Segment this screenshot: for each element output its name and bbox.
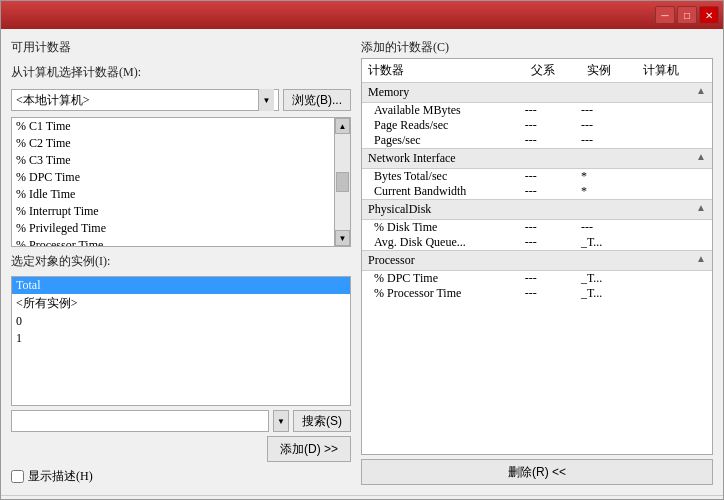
counter-list-item[interactable]: % DPC Time: [12, 169, 334, 186]
close-button[interactable]: ✕: [699, 6, 719, 24]
available-counters-label: 可用计数器: [11, 39, 351, 56]
search-row: ▼ 搜索(S): [11, 410, 351, 432]
show-desc-row: 显示描述(H): [11, 468, 351, 485]
col-parent: 父系: [525, 59, 581, 83]
table-row[interactable]: Available MBytes------: [362, 103, 712, 119]
table-row[interactable]: % Processor Time---_T...: [362, 286, 712, 301]
instance-list[interactable]: Total<所有实例>01: [11, 276, 351, 406]
computer-row: <本地计算机> ▼ 浏览(B)...: [11, 89, 351, 111]
delete-button[interactable]: 删除(R) <<: [361, 459, 713, 485]
table-row[interactable]: Avg. Disk Queue...---_T...: [362, 235, 712, 251]
right-panel: 添加的计数器(C) 计数器 父系 实例 计算机 Memory ▲Availabl…: [361, 39, 713, 485]
add-button[interactable]: 添加(D) >>: [267, 436, 351, 462]
counter-scrollbar[interactable]: ▲ ▼: [334, 118, 350, 246]
table-row[interactable]: Page Reads/sec------: [362, 118, 712, 133]
titlebar: ─ □ ✕: [1, 1, 723, 29]
instance-label: 选定对象的实例(I):: [11, 253, 351, 270]
counter-list-item[interactable]: % Interrupt Time: [12, 203, 334, 220]
counter-group-row: Memory ▲: [362, 83, 712, 103]
minimize-button[interactable]: ─: [655, 6, 675, 24]
left-panel: 可用计数器 从计算机选择计数器(M): <本地计算机> ▼ 浏览(B)... %…: [11, 39, 351, 485]
added-counters-label: 添加的计数器(C): [361, 39, 713, 56]
group-chevron-icon[interactable]: ▲: [696, 151, 706, 162]
counter-group-row: Network Interface ▲: [362, 149, 712, 169]
show-desc-checkbox[interactable]: [11, 470, 24, 483]
computer-select-label: 从计算机选择计数器(M):: [11, 64, 351, 81]
counter-list-item[interactable]: % Processor Time: [12, 237, 334, 246]
counter-list[interactable]: % C1 Time% C2 Time% C3 Time% DPC Time% I…: [12, 118, 334, 246]
counter-list-item[interactable]: % C3 Time: [12, 152, 334, 169]
counter-list-item[interactable]: % Privileged Time: [12, 220, 334, 237]
table-row[interactable]: % DPC Time---_T...: [362, 271, 712, 287]
group-chevron-icon[interactable]: ▲: [696, 202, 706, 213]
search-button[interactable]: 搜索(S): [293, 410, 351, 432]
search-input[interactable]: [11, 410, 269, 432]
computer-combo-arrow[interactable]: ▼: [258, 89, 274, 111]
counter-group-row: Processor ▲: [362, 251, 712, 271]
footer: 帮助 确定 取消: [1, 495, 723, 500]
main-content: 可用计数器 从计算机选择计数器(M): <本地计算机> ▼ 浏览(B)... %…: [1, 29, 723, 495]
group-name: Memory: [368, 85, 409, 99]
group-chevron-icon[interactable]: ▲: [696, 253, 706, 264]
group-name: Network Interface: [368, 151, 456, 165]
browse-button[interactable]: 浏览(B)...: [283, 89, 351, 111]
counter-list-item[interactable]: % C2 Time: [12, 135, 334, 152]
counter-table: 计数器 父系 实例 计算机 Memory ▲Available MBytes--…: [362, 59, 712, 301]
counter-list-item[interactable]: % Idle Time: [12, 186, 334, 203]
scroll-up-btn[interactable]: ▲: [335, 118, 350, 134]
instance-list-item[interactable]: 0: [12, 313, 350, 330]
show-desc-label: 显示描述(H): [28, 468, 93, 485]
counter-group-row: PhysicalDisk ▲: [362, 200, 712, 220]
col-instance: 实例: [581, 59, 637, 83]
table-row[interactable]: % Disk Time------: [362, 220, 712, 236]
group-chevron-icon[interactable]: ▲: [696, 85, 706, 96]
instance-list-item[interactable]: Total: [12, 277, 350, 294]
main-window: ─ □ ✕ 可用计数器 从计算机选择计数器(M): <本地计算机> ▼ 浏览(B…: [0, 0, 724, 500]
counter-list-item[interactable]: % C1 Time: [12, 118, 334, 135]
search-combo-arrow[interactable]: ▼: [273, 410, 289, 432]
instance-section: 选定对象的实例(I): Total<所有实例>01 ▼ 搜索(S) 添加(D) …: [11, 253, 351, 462]
computer-combo-value: <本地计算机>: [16, 92, 90, 109]
scroll-thumb[interactable]: [336, 172, 349, 192]
instance-list-item[interactable]: 1: [12, 330, 350, 347]
group-name: PhysicalDisk: [368, 202, 431, 216]
table-row[interactable]: Pages/sec------: [362, 133, 712, 149]
maximize-button[interactable]: □: [677, 6, 697, 24]
col-computer: 计算机: [637, 59, 712, 83]
scroll-down-btn[interactable]: ▼: [335, 230, 350, 246]
table-row[interactable]: Bytes Total/sec---*: [362, 169, 712, 185]
counter-list-container: % C1 Time% C2 Time% C3 Time% DPC Time% I…: [11, 117, 351, 247]
added-counters-panel[interactable]: 计数器 父系 实例 计算机 Memory ▲Available MBytes--…: [361, 58, 713, 455]
instance-list-item[interactable]: <所有实例>: [12, 294, 350, 313]
col-counter: 计数器: [362, 59, 525, 83]
group-name: Processor: [368, 253, 415, 267]
table-row[interactable]: Current Bandwidth---*: [362, 184, 712, 200]
computer-combo[interactable]: <本地计算机> ▼: [11, 89, 279, 111]
